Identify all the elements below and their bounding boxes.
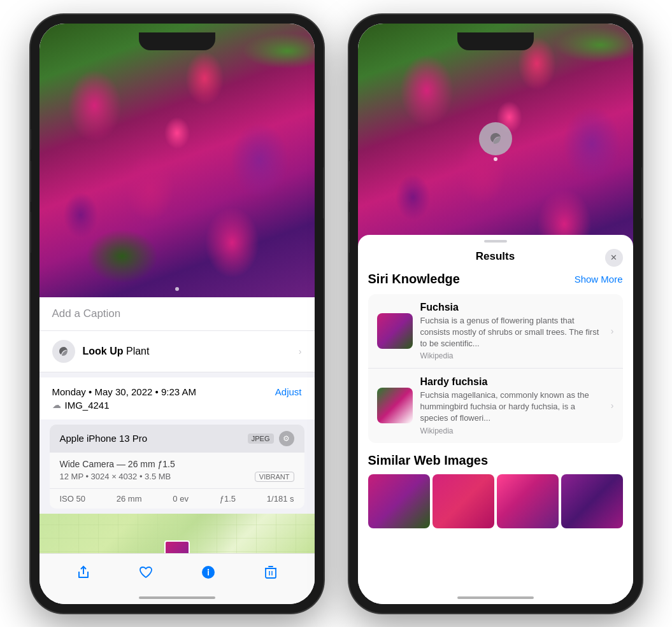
left-phone-screen: Add a Caption Look Up Plant › [39,24,315,604]
siri-knowledge-header: Siri Knowledge Show More [368,272,623,286]
results-content: Siri Knowledge Show More Fuchsia Fuchsia… [358,269,633,594]
siri-knowledge-title: Siri Knowledge [368,272,460,286]
camera-type: Wide Camera — 26 mm ƒ1.5 [60,459,294,469]
date-text: Monday • May 30, 2022 • 9:23 AM [52,386,196,397]
similar-image-2[interactable] [433,474,494,528]
results-header: Results ✕ [358,245,633,269]
right-volume-down-button[interactable] [349,212,350,253]
volume-up-button[interactable] [31,161,31,202]
info-button[interactable]: i [196,560,221,585]
leaf-vi-icon [487,130,504,147]
right-notch [457,32,534,50]
knowledge-item-hardy-fuchsia[interactable]: Hardy fuchsia Fuchsia magellanica, commo… [368,369,623,443]
heart-icon [139,566,153,579]
delete-button[interactable] [258,560,283,585]
filename: IMG_4241 [65,400,110,411]
right-power-button[interactable] [641,167,642,218]
left-screen-content: Add a Caption Look Up Plant › [39,24,315,604]
knowledge-item-fuchsia[interactable]: Fuchsia Fuchsia is a genus of flowering … [368,294,623,369]
cloud-icon: ☁ [52,400,61,410]
trash-icon [264,565,277,579]
fuchsia-name: Fuchsia [420,302,603,313]
fuchsia-thumbnail [377,313,413,349]
hardy-fuchsia-thumbnail [377,388,413,423]
right-phone: Results ✕ Siri Knowledge Show More [349,15,642,613]
svg-point-2 [207,569,208,570]
hardy-fuchsia-description: Fuchsia magellanica, commonly known as t… [420,390,603,425]
fuchsia-source: Wikipedia [420,351,603,360]
similar-images-title: Similar Web Images [368,453,489,467]
jpeg-badge: JPEG [248,433,274,444]
adjust-button[interactable]: Adjust [275,386,302,397]
page-indicator [175,287,179,291]
device-name: Apple iPhone 13 Pro [60,433,148,444]
device-section: Apple iPhone 13 Pro JPEG ⚙ Wide Camera —… [50,425,304,509]
exif-iso: ISO 50 [60,494,85,504]
right-mute-button[interactable] [349,129,350,150]
hardy-fuchsia-source: Wikipedia [420,426,603,435]
right-home-indicator [457,596,534,599]
right-phone-screen: Results ✕ Siri Knowledge Show More [358,24,633,604]
mute-button[interactable] [31,129,31,150]
left-phone: Add a Caption Look Up Plant › [31,15,324,613]
lookup-chevron-icon: › [299,346,302,356]
right-volume-up-button[interactable] [349,161,350,202]
similar-images-grid [368,474,623,528]
fuchsia-chevron-icon: › [611,326,614,336]
right-phone-frame: Results ✕ Siri Knowledge Show More [349,15,642,613]
results-panel: Results ✕ Siri Knowledge Show More [358,235,633,604]
left-phone-frame: Add a Caption Look Up Plant › [31,15,324,613]
lookup-icon [52,340,75,363]
fuchsia-text: Fuchsia Fuchsia is a genus of flowering … [420,302,603,361]
knowledge-card: Fuchsia Fuchsia is a genus of flowering … [368,294,623,443]
exif-focal: 26 mm [117,494,142,504]
svg-rect-3 [266,568,276,578]
home-indicator [139,596,215,599]
share-button[interactable] [71,560,96,585]
flowers-overlay [39,24,315,297]
right-screen-content: Results ✕ Siri Knowledge Show More [358,24,633,604]
device-badges: JPEG ⚙ [248,431,294,446]
power-button[interactable] [323,167,324,218]
similar-image-3[interactable] [497,474,559,528]
hardy-fuchsia-text: Hardy fuchsia Fuchsia magellanica, commo… [420,376,603,435]
photo-image[interactable] [39,24,315,297]
camera-settings-icon[interactable]: ⚙ [279,431,294,446]
vi-dot-indicator [494,157,497,161]
results-title: Results [476,250,515,263]
show-more-button[interactable]: Show More [575,274,623,285]
drag-handle[interactable] [484,240,507,243]
leaf-icon [57,345,70,358]
similar-images-header: Similar Web Images [368,453,623,468]
visual-intelligence-button[interactable] [479,122,512,155]
notch [139,32,215,50]
exif-shutter: 1/181 s [267,494,294,504]
share-icon [76,565,90,579]
device-header: Apple iPhone 13 Pro JPEG ⚙ [50,425,304,453]
lookup-section[interactable]: Look Up Plant › [39,331,315,372]
camera-specs: 12 MP • 3024 × 4032 • 3.5 MB [60,472,171,481]
lookup-text: Look Up Plant [83,346,150,357]
hardy-fuchsia-chevron-icon: › [611,400,614,411]
similar-image-1[interactable] [368,474,430,528]
exif-ev: 0 ev [173,494,189,504]
camera-info: Wide Camera — 26 mm ƒ1.5 12 MP • 3024 × … [50,453,304,488]
vibrant-badge: VIBRANT [255,472,294,482]
info-icon: i [201,565,216,580]
fuchsia-description: Fuchsia is a genus of flowering plants t… [420,315,603,350]
exif-row: ISO 50 26 mm 0 ev ƒ1.5 1/181 s [50,488,304,509]
volume-down-button[interactable] [31,212,31,253]
exif-aperture: ƒ1.5 [220,494,236,504]
hardy-fuchsia-name: Hardy fuchsia [420,376,603,388]
similar-image-4[interactable] [561,474,623,528]
results-close-button[interactable]: ✕ [605,249,623,267]
like-button[interactable] [133,560,159,585]
camera-specs-row: 12 MP • 3024 × 4032 • 3.5 MB VIBRANT [60,472,294,482]
caption-placeholder: Add a Caption [52,307,121,320]
caption-area[interactable]: Add a Caption [39,297,315,331]
photo-info-section: Monday • May 30, 2022 • 9:23 AM Adjust ☁… [39,377,315,419]
